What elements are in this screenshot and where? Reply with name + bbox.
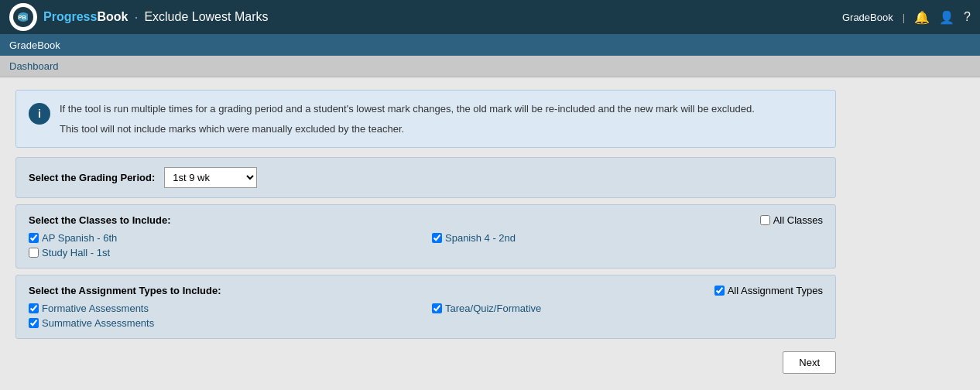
assignment-checkbox-formative[interactable]: [29, 303, 39, 313]
grading-period-row: Select the Grading Period: 1st 9 wk 2nd …: [29, 167, 823, 188]
info-line1: If the tool is run multiple times for a …: [60, 101, 755, 117]
assignment-checkbox-tarea[interactable]: [432, 303, 442, 313]
all-classes-checkbox[interactable]: [760, 215, 770, 225]
info-line2: This tool will not include marks which w…: [60, 121, 755, 137]
class-label-spanish4: Spanish 4 - 2nd: [445, 232, 516, 244]
header-pipe: |: [903, 12, 905, 23]
assignment-grid: Formative Assessments Tarea/Quiz/Formati…: [29, 303, 823, 329]
info-box: i If the tool is run multiple times for …: [15, 90, 836, 148]
user-icon[interactable]: 👤: [939, 10, 954, 25]
class-item-study-hall[interactable]: Study Hall - 1st: [29, 247, 420, 258]
breadcrumb-dashboard[interactable]: Dashboard: [9, 60, 59, 72]
classes-grid: AP Spanish - 6th Spanish 4 - 2nd Study H…: [29, 232, 823, 258]
sub-header: GradeBook: [0, 34, 980, 56]
assignment-item-formative[interactable]: Formative Assessments: [29, 303, 420, 314]
header-title: Exclude Lowest Marks: [144, 10, 268, 24]
gradebook-label: GradeBook: [842, 12, 893, 23]
header-divider: ·: [134, 9, 138, 26]
next-button[interactable]: Next: [783, 351, 836, 374]
all-classes-label[interactable]: All Classes: [760, 214, 823, 226]
assignment-item-summative[interactable]: Summative Assessments: [29, 317, 420, 329]
assignment-label-summative: Summative Assessments: [42, 317, 154, 329]
assignment-types-section: Select the Assignment Types to Include: …: [15, 275, 836, 339]
sub-header-label: GradeBook: [9, 39, 60, 51]
info-icon: i: [29, 103, 50, 125]
class-label-ap-spanish: AP Spanish - 6th: [42, 232, 117, 244]
class-checkbox-study-hall[interactable]: [29, 248, 39, 258]
class-checkbox-spanish4[interactable]: [432, 233, 442, 243]
assignment-header: Select the Assignment Types to Include: …: [29, 285, 823, 296]
main-content: i If the tool is run multiple times for …: [0, 77, 980, 386]
assignment-label-tarea: Tarea/Quiz/Formative: [445, 303, 541, 314]
grading-period-section: Select the Grading Period: 1st 9 wk 2nd …: [15, 157, 836, 198]
assignment-item-tarea[interactable]: Tarea/Quiz/Formative: [432, 303, 823, 314]
classes-header: Select the Classes to Include: All Class…: [29, 214, 823, 226]
logo-text: ProgressBook: [43, 10, 128, 24]
all-types-label[interactable]: All Assignment Types: [714, 285, 823, 296]
info-text: If the tool is run multiple times for a …: [60, 101, 755, 136]
classes-title: Select the Classes to Include:: [29, 214, 171, 226]
grading-period-select[interactable]: 1st 9 wk 2nd 9 wk 3rd 9 wk 4th 9 wk: [164, 167, 257, 188]
all-types-checkbox[interactable]: [714, 286, 725, 296]
logo-icon: PB: [9, 3, 37, 31]
header-right: GradeBook | 🔔 👤 ?: [842, 10, 971, 25]
classes-section: Select the Classes to Include: All Class…: [15, 204, 836, 269]
assignment-title: Select the Assignment Types to Include:: [29, 285, 221, 296]
breadcrumb-bar: Dashboard: [0, 56, 980, 77]
next-row: Next: [15, 351, 836, 374]
help-icon[interactable]: ?: [964, 10, 971, 24]
class-item-ap-spanish[interactable]: AP Spanish - 6th: [29, 232, 420, 244]
assignment-checkbox-summative[interactable]: [29, 318, 39, 328]
class-label-study-hall: Study Hall - 1st: [42, 247, 110, 258]
assignment-label-formative: Formative Assessments: [42, 303, 149, 314]
app-header: PB ProgressBook · Exclude Lowest Marks G…: [0, 0, 980, 34]
class-item-spanish4[interactable]: Spanish 4 - 2nd: [432, 232, 823, 244]
svg-text:PB: PB: [18, 14, 26, 21]
class-checkbox-ap-spanish[interactable]: [29, 233, 39, 243]
logo: PB ProgressBook: [9, 3, 128, 31]
grading-period-label: Select the Grading Period:: [29, 172, 155, 183]
bell-icon[interactable]: 🔔: [914, 10, 930, 25]
